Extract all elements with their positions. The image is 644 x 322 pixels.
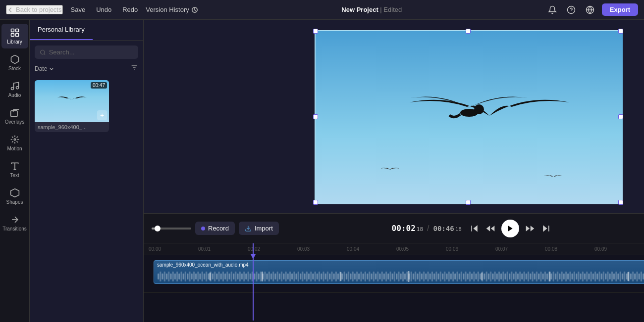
timeline-track-area: sample_960x400_ocean_with_audio.mp4 bbox=[144, 255, 644, 321]
chevron-down-icon bbox=[49, 66, 54, 71]
sidebar-motion-label: Motion bbox=[7, 146, 22, 151]
waveform-svg bbox=[157, 270, 644, 283]
redo-button[interactable]: Redo bbox=[119, 4, 141, 15]
record-label: Record bbox=[208, 225, 229, 232]
current-time: 00:02 bbox=[392, 224, 416, 233]
empty-track bbox=[144, 293, 644, 321]
import-button[interactable]: Import bbox=[239, 222, 279, 235]
sidebar-item-shapes[interactable]: Shapes bbox=[1, 184, 28, 209]
total-time-block: 00:46 18 bbox=[433, 225, 461, 232]
language-button[interactable] bbox=[583, 3, 597, 17]
time-separator: / bbox=[427, 224, 429, 233]
svg-rect-49 bbox=[628, 272, 629, 281]
import-icon bbox=[245, 225, 252, 232]
svg-rect-8 bbox=[15, 34, 18, 37]
selection-handle-bottom-right[interactable] bbox=[618, 200, 623, 205]
svg-rect-44 bbox=[262, 272, 263, 281]
ruler-mark-9: 00:09 bbox=[594, 246, 644, 252]
topbar: Back to projects Save Undo Redo Version … bbox=[0, 0, 644, 20]
selection-handle-top-left[interactable] bbox=[313, 29, 318, 34]
selection-handle-top-right[interactable] bbox=[618, 29, 623, 34]
record-icon bbox=[201, 227, 205, 230]
record-button[interactable]: Record bbox=[195, 222, 235, 235]
total-time: 00:46 bbox=[433, 225, 454, 232]
selection-handle-middle-right[interactable] bbox=[618, 114, 623, 119]
clip-waveform bbox=[154, 269, 644, 283]
selection-handle-bottom-left[interactable] bbox=[313, 200, 318, 205]
sidebar-item-motion[interactable]: Motion bbox=[1, 131, 28, 155]
svg-marker-15 bbox=[10, 189, 19, 197]
timeline: 00:00 00:01 00:02 00:03 00:04 00:05 00:0… bbox=[144, 243, 644, 322]
add-media-button[interactable]: + bbox=[97, 110, 107, 120]
svg-point-16 bbox=[41, 50, 45, 54]
search-input[interactable] bbox=[49, 48, 133, 56]
date-filter-button[interactable]: Date bbox=[35, 65, 54, 72]
sidebar-item-library[interactable]: Library bbox=[1, 24, 28, 48]
play-pause-button[interactable] bbox=[501, 220, 519, 237]
selection-handle-middle-left[interactable] bbox=[313, 114, 318, 119]
version-history-button[interactable]: Version History bbox=[146, 6, 198, 13]
main-layout: Library Stock Audio Overlays Motion Text… bbox=[0, 20, 644, 322]
svg-rect-6 bbox=[15, 29, 18, 32]
undo-button[interactable]: Undo bbox=[93, 4, 114, 15]
library-tabs: Personal Library bbox=[30, 20, 143, 41]
sidebar-item-stock[interactable]: Stock bbox=[1, 50, 28, 75]
preview-canvas bbox=[144, 20, 644, 213]
svg-rect-43 bbox=[210, 273, 211, 280]
playhead-ruler bbox=[253, 243, 254, 255]
export-button[interactable]: Export bbox=[602, 3, 638, 16]
left-sidebar: Library Stock Audio Overlays Motion Text… bbox=[0, 20, 30, 322]
svg-marker-26 bbox=[486, 226, 490, 231]
edited-status: | Edited bbox=[380, 6, 402, 13]
playback-center: 00:02 18 / 00:46 18 bbox=[392, 220, 551, 237]
svg-rect-47 bbox=[481, 273, 483, 280]
ruler-mark-2: 00:02 bbox=[248, 246, 297, 252]
video-track: sample_960x400_ocean_with_audio.mp4 bbox=[144, 255, 644, 293]
rewind-button[interactable] bbox=[485, 224, 495, 233]
playback-controls bbox=[470, 220, 551, 237]
selection-handle-top-center[interactable] bbox=[466, 29, 471, 34]
search-icon bbox=[40, 49, 46, 56]
sidebar-stock-label: Stock bbox=[8, 66, 21, 71]
sidebar-shapes-label: Shapes bbox=[6, 199, 23, 205]
progress-thumb[interactable] bbox=[155, 226, 161, 231]
svg-point-9 bbox=[11, 88, 13, 90]
selection-handle-bottom-center[interactable] bbox=[466, 200, 471, 205]
svg-marker-28 bbox=[508, 226, 512, 231]
svg-marker-30 bbox=[526, 226, 530, 231]
library-search-area bbox=[30, 41, 143, 64]
notifications-button[interactable] bbox=[545, 3, 559, 17]
back-to-projects-button[interactable]: Back to projects bbox=[6, 5, 63, 14]
sidebar-item-text[interactable]: Text bbox=[1, 157, 28, 182]
video-clip[interactable]: sample_960x400_ocean_with_audio.mp4 bbox=[154, 260, 644, 284]
media-thumbnail[interactable]: 00:47 + sample_960x400_... bbox=[35, 80, 109, 132]
sidebar-item-audio[interactable]: Audio bbox=[1, 77, 28, 102]
progress-slider[interactable] bbox=[152, 228, 191, 230]
save-button[interactable]: Save bbox=[68, 4, 89, 15]
media-filename: sample_960x400_... bbox=[35, 122, 109, 132]
total-frames: 18 bbox=[455, 226, 462, 232]
skip-to-start-button[interactable] bbox=[470, 224, 480, 233]
sidebar-text-label: Text bbox=[10, 173, 19, 178]
video-sky bbox=[316, 31, 621, 202]
fast-forward-button[interactable] bbox=[525, 224, 535, 233]
help-button[interactable] bbox=[564, 3, 578, 17]
clip-title: sample_960x400_ocean_with_audio.mp4 bbox=[154, 261, 644, 269]
video-frame bbox=[315, 30, 622, 203]
timeline-playhead[interactable] bbox=[253, 255, 254, 321]
filter-button[interactable] bbox=[130, 64, 138, 73]
ruler-mark-5: 00:05 bbox=[396, 246, 446, 252]
personal-library-tab[interactable]: Personal Library bbox=[30, 20, 93, 40]
sidebar-item-overlays[interactable]: Overlays bbox=[1, 104, 28, 129]
ruler-mark-8: 00:08 bbox=[545, 246, 594, 252]
sidebar-item-transitions[interactable]: Transitions bbox=[1, 211, 28, 235]
ruler-mark-7: 00:07 bbox=[495, 246, 545, 252]
svg-rect-20 bbox=[316, 31, 623, 204]
back-label: Back to projects bbox=[16, 6, 62, 13]
svg-rect-11 bbox=[10, 111, 17, 117]
playback-bar: Record Import 00:02 18 / 00:46 18 bbox=[144, 213, 644, 243]
skip-to-end-button[interactable] bbox=[541, 224, 551, 233]
ruler-mark-0: 00:00 bbox=[149, 246, 198, 252]
ruler-mark-4: 00:04 bbox=[347, 246, 396, 252]
thumb-duration: 00:47 bbox=[91, 82, 107, 89]
